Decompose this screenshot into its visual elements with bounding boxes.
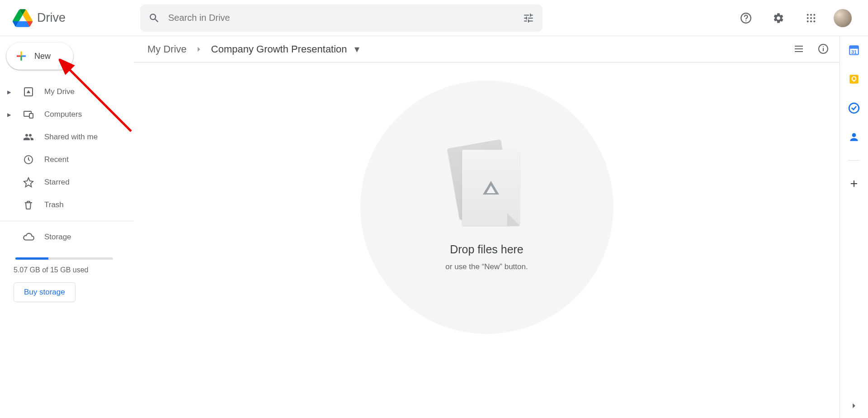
svg-point-10 [813, 20, 815, 22]
svg-point-6 [810, 17, 812, 19]
cloud-icon [23, 231, 34, 243]
empty-folder-area[interactable]: Drop files here or use the “New” button. [134, 62, 840, 418]
toolbar: My Drive Company Growth Presentation ▾ [134, 36, 840, 62]
svg-rect-19 [849, 46, 859, 49]
buy-storage-label: Buy storage [24, 288, 65, 297]
drive-logo[interactable]: Drive [9, 9, 131, 27]
sidebar-item-computers[interactable]: ▸ Computers [0, 103, 128, 126]
svg-point-17 [823, 46, 824, 47]
empty-state-circle: Drop files here or use the “New” button. [360, 81, 613, 334]
gear-icon [773, 12, 784, 24]
svg-rect-13 [29, 114, 33, 118]
breadcrumb-current[interactable]: Company Growth Presentation ▾ [208, 42, 363, 57]
recent-icon [23, 154, 34, 166]
sidebar-item-label: Trash [44, 200, 64, 209]
storage-bar-fill [15, 257, 48, 260]
storage-bar [15, 257, 113, 260]
sidebar-divider [0, 221, 134, 221]
buy-storage-button[interactable]: Buy storage [14, 282, 75, 302]
breadcrumb-root[interactable]: My Drive [144, 42, 190, 57]
sidebar-item-recent[interactable]: Recent [0, 148, 128, 171]
details-button[interactable] [818, 43, 830, 55]
header-bar: Drive [0, 0, 868, 36]
search-bar[interactable] [140, 5, 542, 32]
plus-icon [14, 49, 28, 63]
svg-point-1 [745, 20, 746, 21]
chevron-right-icon [194, 44, 204, 54]
apps-grid-icon [806, 13, 816, 23]
sidebar-item-my-drive[interactable]: ▸ My Drive [0, 81, 128, 103]
sidebar-item-label: My Drive [44, 87, 75, 96]
new-button-label: New [34, 52, 51, 61]
get-addons-button[interactable] [848, 178, 860, 190]
drive-logo-icon [13, 9, 33, 27]
empty-state-illustration [448, 143, 525, 229]
dropdown-caret-icon: ▾ [352, 43, 359, 55]
sidebar-item-shared[interactable]: Shared with me [0, 126, 128, 148]
sidebar-item-label: Recent [44, 155, 69, 164]
apps-button[interactable] [801, 8, 821, 28]
product-name: Drive [37, 11, 66, 25]
new-button[interactable]: New [6, 43, 73, 70]
sidebar: New ▸ My Drive ▸ Computers Shared with m… [0, 36, 134, 418]
sidebar-item-label: Starred [44, 178, 70, 187]
main-content: My Drive Company Growth Presentation ▾ [134, 36, 840, 418]
sidebar-item-storage[interactable]: Storage [0, 226, 128, 248]
search-input[interactable] [168, 13, 523, 23]
svg-point-3 [810, 14, 812, 15]
svg-point-7 [813, 17, 815, 19]
svg-point-4 [813, 14, 815, 15]
search-options-icon[interactable] [523, 12, 534, 24]
svg-point-8 [807, 20, 809, 22]
breadcrumb-current-label: Company Growth Presentation [211, 43, 347, 55]
empty-state-title: Drop files here [450, 243, 524, 256]
list-view-button[interactable] [793, 43, 805, 55]
side-panel: 31 [840, 36, 868, 418]
shared-icon [23, 131, 34, 143]
side-panel-collapse-button[interactable] [848, 400, 860, 412]
help-icon [740, 12, 752, 24]
expand-caret-icon: ▸ [7, 87, 13, 97]
tasks-app-icon[interactable] [848, 102, 860, 114]
sidebar-item-label: Storage [44, 233, 71, 242]
star-icon [23, 176, 34, 188]
storage-block: 5.07 GB of 15 GB used Buy storage [0, 248, 134, 302]
svg-point-9 [810, 20, 812, 22]
my-drive-icon [23, 86, 34, 98]
trash-icon [23, 199, 34, 211]
svg-text:31: 31 [851, 49, 857, 55]
svg-rect-21 [849, 75, 859, 84]
keep-app-icon[interactable] [848, 73, 860, 85]
svg-point-5 [807, 17, 809, 19]
support-button[interactable] [736, 8, 756, 28]
calendar-app-icon[interactable]: 31 [848, 44, 860, 56]
svg-point-25 [852, 133, 856, 137]
sidebar-item-label: Shared with me [44, 133, 98, 142]
search-icon [148, 12, 160, 24]
account-avatar[interactable] [834, 9, 852, 27]
side-panel-divider [848, 160, 860, 161]
computers-icon [23, 109, 34, 120]
contacts-app-icon[interactable] [848, 131, 860, 143]
sidebar-item-trash[interactable]: Trash [0, 194, 128, 216]
svg-point-2 [807, 14, 809, 15]
expand-caret-icon: ▸ [7, 110, 13, 119]
storage-usage-text: 5.07 GB of 15 GB used [14, 266, 126, 274]
svg-rect-23 [853, 80, 854, 81]
sidebar-item-label: Computers [44, 110, 82, 119]
empty-state-subtitle: or use the “New” button. [445, 262, 528, 271]
sidebar-item-starred[interactable]: Starred [0, 171, 128, 194]
settings-button[interactable] [769, 8, 788, 28]
